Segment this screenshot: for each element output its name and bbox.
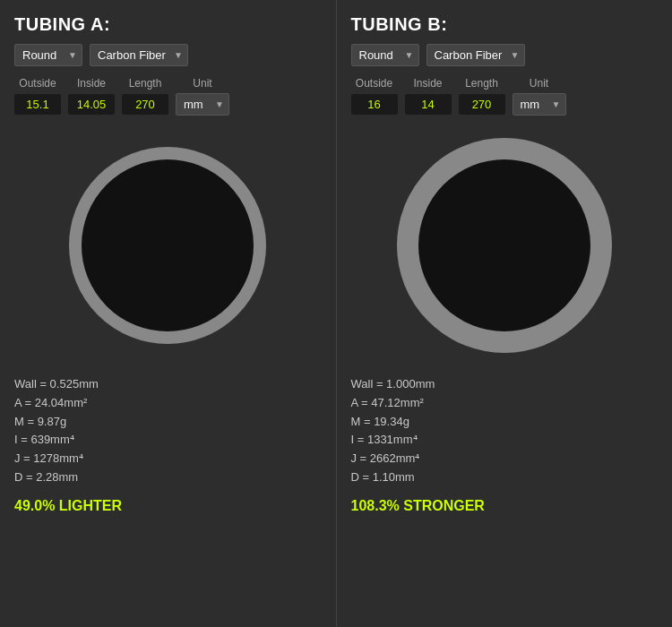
tubing-a-stat-4: J = 1278mm⁴ [14, 450, 322, 468]
main-container: TUBING A:RoundSquareOval▼Carbon FiberAlu… [0, 0, 672, 627]
tubing-b-tube-circle [397, 138, 612, 353]
tubing-b-stat-3: I = 1331mm⁴ [351, 431, 659, 450]
tubing-b-title: TUBING B: [351, 14, 659, 35]
tubing-a-title: TUBING A: [14, 14, 322, 35]
tubing-a-unit-wrapper: mmincm▼ [176, 93, 229, 116]
tubing-a-panel: TUBING A:RoundSquareOval▼Carbon FiberAlu… [0, 0, 337, 627]
tubing-a-label-outside: Outside [14, 77, 61, 90]
tubing-b-shape-wrapper: RoundSquareOval▼ [351, 44, 419, 66]
tubing-b-shape-select[interactable]: RoundSquareOval [351, 44, 419, 66]
tubing-b-stat-0: Wall = 1.000mm [351, 375, 659, 394]
tubing-a-unit-select[interactable]: mmincm [176, 93, 229, 116]
tubing-b-label-inside: Inside [405, 77, 452, 90]
tubing-a-stats-section: Wall = 0.525mmA = 24.04mm²M = 9.87gI = 6… [14, 375, 322, 487]
tubing-a-material-wrapper: Carbon FiberAluminumSteelTitanium▼ [90, 44, 188, 66]
tubing-a-material-select[interactable]: Carbon FiberAluminumSteelTitanium [90, 44, 188, 66]
tubing-a-label-unit: Unit [176, 77, 229, 90]
tubing-b-material-wrapper: Carbon FiberAluminumSteelTitanium▼ [426, 44, 525, 66]
tubing-b-label-unit: Unit [513, 77, 566, 90]
tubing-b-unit-wrapper: mmincm▼ [513, 93, 566, 116]
tubing-a-highlight-label: 49.0% LIGHTER [14, 498, 322, 514]
tubing-b-label-length: Length [459, 77, 505, 90]
tubing-a-controls: RoundSquareOval▼Carbon FiberAluminumStee… [14, 44, 322, 66]
tubing-b-highlight-label: 108.3% STRONGER [351, 498, 659, 514]
tubing-a-stat-3: I = 639mm⁴ [14, 431, 322, 450]
tubing-a-stat-1: A = 24.04mm² [14, 394, 322, 413]
tubing-b-material-select[interactable]: Carbon FiberAluminumSteelTitanium [426, 44, 525, 66]
tubing-a-circle-container [14, 125, 322, 366]
tubing-a-shape-select[interactable]: RoundSquareOval [14, 44, 82, 66]
tubing-a-shape-wrapper: RoundSquareOval▼ [14, 44, 82, 66]
tubing-b-input-labels: OutsideInsideLengthUnit [351, 77, 659, 90]
tubing-a-input-fields: mmincm▼ [14, 93, 322, 116]
tubing-a-stat-0: Wall = 0.525mm [14, 375, 322, 394]
tubing-a-inside-input[interactable] [68, 94, 115, 115]
tubing-b-inside-input[interactable] [405, 94, 452, 115]
tubing-a-stat-5: D = 2.28mm [14, 468, 322, 487]
tubing-b-outside-input[interactable] [351, 94, 398, 115]
tubing-b-stat-1: A = 47.12mm² [351, 394, 659, 413]
tubing-a-stat-2: M = 9.87g [14, 413, 322, 432]
tubing-a-label-inside: Inside [68, 77, 115, 90]
tubing-a-label-length: Length [122, 77, 168, 90]
tubing-a-tube-circle [69, 147, 266, 344]
tubing-b-stats-section: Wall = 1.000mmA = 47.12mm²M = 19.34gI = … [351, 375, 659, 487]
tubing-b-length-input[interactable] [459, 94, 505, 115]
tubing-b-circle-container [351, 125, 659, 366]
tubing-a-outside-input[interactable] [14, 94, 61, 115]
tubing-b-controls: RoundSquareOval▼Carbon FiberAluminumStee… [351, 44, 659, 66]
tubing-b-label-outside: Outside [351, 77, 398, 90]
tubing-b-inputs-section: OutsideInsideLengthUnitmmincm▼ [351, 77, 659, 116]
tubing-b-stat-5: D = 1.10mm [351, 468, 659, 487]
tubing-a-input-labels: OutsideInsideLengthUnit [14, 77, 322, 90]
tubing-a-length-input[interactable] [122, 94, 168, 115]
tubing-b-panel: TUBING B:RoundSquareOval▼Carbon FiberAlu… [337, 0, 673, 627]
tubing-b-input-fields: mmincm▼ [351, 93, 659, 116]
tubing-b-stat-4: J = 2662mm⁴ [351, 450, 659, 468]
tubing-b-stat-2: M = 19.34g [351, 413, 659, 432]
tubing-b-unit-select[interactable]: mmincm [513, 93, 566, 116]
tubing-a-inputs-section: OutsideInsideLengthUnitmmincm▼ [14, 77, 322, 116]
